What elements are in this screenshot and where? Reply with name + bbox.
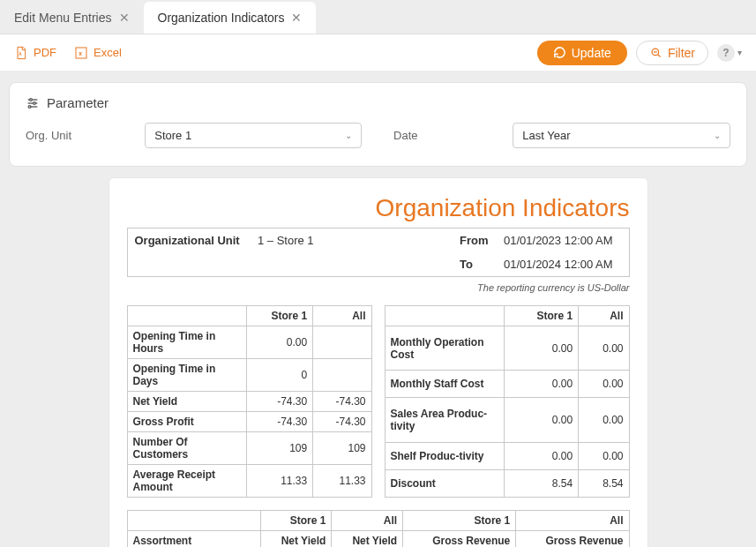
date-value: Last Year — [522, 129, 570, 142]
help-menu[interactable]: ? ▾ — [717, 44, 742, 62]
toolbar: A PDF x Excel Update Filter ? ▾ — [0, 34, 756, 71]
cell-all: 0.00 — [579, 442, 629, 469]
parameter-panel: Parameter Org. Unit Store 1 ⌄ Date Last … — [9, 82, 747, 167]
tab-organization-indicators[interactable]: Organization Indicators ✕ — [144, 2, 317, 34]
info-orgunit-value: 1 – Store 1 — [251, 229, 453, 253]
row-label: Sales Area Produc-tivity — [385, 398, 504, 442]
parameter-heading: Parameter — [26, 95, 730, 110]
close-icon[interactable]: ✕ — [291, 11, 302, 25]
row-label: Net Yield — [127, 392, 246, 412]
tab-label: Organization Indicators — [158, 11, 285, 25]
date-label: Date — [393, 129, 495, 142]
table-row: Number Of Customers109109 — [127, 432, 371, 465]
update-label: Update — [572, 46, 611, 60]
cell-store: -74.30 — [246, 392, 313, 412]
info-to-label: To — [453, 252, 497, 277]
cell-store: 109 — [246, 432, 313, 465]
row-label: Opening Time in Hours — [127, 326, 246, 359]
table-row: Discount8.548.54 — [385, 469, 629, 497]
table-row: Shelf Produc-tivity0.000.00 — [385, 442, 629, 469]
chevron-down-icon: ⌄ — [714, 131, 721, 140]
tab-edit-menu-entries[interactable]: Edit Menu Entries ✕ — [0, 2, 144, 34]
row-label: Gross Profit — [127, 412, 246, 432]
cell-store: 11.33 — [246, 465, 313, 498]
info-from-label: From — [453, 229, 497, 253]
col-store: Store 1 — [504, 306, 579, 326]
row-label: Monthly Operation Cost — [385, 326, 504, 371]
svg-text:x: x — [79, 50, 82, 56]
info-from-value: 01/01/2023 12:00 AM — [497, 229, 629, 253]
col-store: Store 1 — [246, 306, 313, 326]
cell-all: 11.33 — [313, 465, 371, 498]
currency-note: The reporting currency is US-Dollar — [127, 282, 630, 293]
table-row: Gross Profit-74.30-74.30 — [127, 412, 371, 432]
col-all: All — [579, 306, 629, 326]
svg-point-9 — [30, 98, 33, 101]
cell-all: -74.30 — [313, 412, 371, 432]
report-info-table: Organizational Unit 1 – Store 1 From 01/… — [127, 228, 630, 277]
sliders-icon — [26, 96, 40, 110]
svg-point-10 — [34, 101, 36, 104]
pdf-icon: A — [14, 46, 28, 60]
update-button[interactable]: Update — [537, 41, 627, 65]
cell-store: 0.00 — [246, 326, 313, 359]
refresh-icon — [553, 46, 566, 59]
col-all: All — [313, 306, 371, 326]
cell-store: 0.00 — [504, 442, 579, 469]
parameter-heading-text: Parameter — [47, 95, 109, 110]
svg-point-11 — [28, 105, 31, 108]
report-title: Organization Indicators — [127, 194, 630, 222]
cell-all — [313, 326, 371, 359]
orgunit-label: Org. Unit — [26, 129, 127, 142]
indicators-table-left: Store 1 All Opening Time in Hours0.00Ope… — [127, 305, 372, 498]
table-row: Monthly Operation Cost0.000.00 — [385, 326, 629, 371]
indicators-table-right: Store 1 All Monthly Operation Cost0.000.… — [385, 305, 630, 498]
cell-all: 0.00 — [579, 326, 629, 371]
help-icon: ? — [717, 44, 735, 62]
row-label: Discount — [385, 469, 504, 497]
excel-icon: x — [74, 46, 88, 60]
filter-label: Filter — [668, 46, 695, 60]
assortment-table: Store 1 All Store 1 All Assortment Net Y… — [127, 510, 630, 547]
table-row: Sales Area Produc-tivity0.000.00 — [385, 398, 629, 442]
table-row: Net Yield-74.30-74.30 — [127, 392, 371, 412]
filter-button[interactable]: Filter — [636, 41, 708, 65]
cell-all — [313, 359, 371, 392]
tab-label: Edit Menu Entries — [14, 11, 112, 25]
excel-label: Excel — [94, 46, 122, 59]
orgunit-value: Store 1 — [154, 129, 191, 142]
report-card: Organization Indicators Organizational U… — [109, 177, 648, 547]
table-row: Average Receipt Amount11.3311.33 — [127, 465, 371, 498]
table-row: Opening Time in Days0 — [127, 359, 371, 392]
cell-all: 109 — [313, 432, 371, 465]
export-pdf-button[interactable]: A PDF — [14, 46, 56, 60]
pdf-label: PDF — [34, 46, 56, 59]
info-orgunit-label: Organizational Unit — [127, 229, 251, 253]
svg-line-4 — [658, 55, 661, 57]
info-to-value: 01/01/2024 12:00 AM — [497, 252, 629, 277]
tab-bar: Edit Menu Entries ✕ Organization Indicat… — [0, 0, 756, 34]
table-row: Monthly Staff Cost0.000.00 — [385, 371, 629, 398]
filter-icon — [649, 46, 662, 59]
close-icon[interactable]: ✕ — [119, 11, 130, 25]
row-label: Average Receipt Amount — [127, 465, 246, 498]
export-excel-button[interactable]: x Excel — [74, 46, 122, 60]
cell-all: 0.00 — [579, 398, 629, 442]
row-label: Opening Time in Days — [127, 359, 246, 392]
chevron-down-icon: ⌄ — [345, 131, 352, 140]
cell-store: 0 — [246, 359, 313, 392]
cell-store: 0.00 — [504, 326, 579, 371]
cell-store: -74.30 — [246, 412, 313, 432]
cell-all: -74.30 — [313, 392, 371, 412]
row-label: Monthly Staff Cost — [385, 371, 504, 398]
cell-store: 0.00 — [504, 371, 579, 398]
cell-store: 0.00 — [504, 398, 579, 442]
orgunit-select[interactable]: Store 1 ⌄ — [145, 123, 362, 148]
cell-store: 8.54 — [504, 469, 579, 497]
date-select[interactable]: Last Year ⌄ — [513, 123, 730, 148]
cell-all: 8.54 — [579, 469, 629, 497]
chevron-down-icon: ▾ — [737, 48, 742, 57]
row-label: Shelf Produc-tivity — [385, 442, 504, 469]
row-label: Number Of Customers — [127, 432, 246, 465]
table-row: Opening Time in Hours0.00 — [127, 326, 371, 359]
